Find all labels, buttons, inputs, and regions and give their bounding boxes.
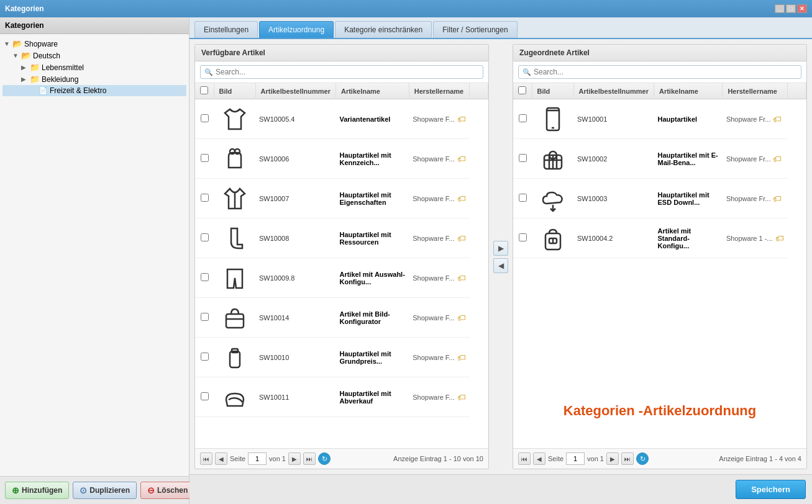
close-button[interactable]: ✕: [797, 4, 807, 13]
available-panel-header: Verfügbare Artikel: [195, 45, 488, 61]
tree-item-bekleidung[interactable]: ▶📁Bekleidung: [2, 73, 186, 85]
row-check[interactable]: [513, 139, 532, 179]
tree-item-lebensmittel[interactable]: ▶📁Lebensmittel: [2, 61, 186, 73]
table-row: SW10009.8 Artikel mit Auswahl-Konfigu...…: [195, 258, 488, 298]
tree-label-bekleidung: Bekleidung: [42, 75, 78, 84]
row-artname: Hauptartikel mit Kennzeich...: [335, 139, 409, 179]
tab-kategorie[interactable]: Kategorie einschränken: [335, 21, 432, 38]
svg-rect-5: [230, 351, 240, 367]
right-last-btn[interactable]: ⏭: [621, 452, 634, 465]
right-table-header: Bild Artikelbestellnummer Artikelname He…: [513, 83, 806, 99]
sidebar-header: Kategorien: [0, 17, 189, 34]
assigned-articles-panel: Zugeordnete Artikel 🔍 Bild Artikelbes: [513, 44, 807, 469]
svg-rect-3: [226, 314, 244, 328]
move-right-btn[interactable]: ▶: [493, 241, 508, 256]
row-check[interactable]: [195, 258, 214, 298]
delete-button[interactable]: ⊖ Löschen: [140, 482, 194, 499]
duplicate-button[interactable]: ⊙ Duplizieren: [73, 482, 137, 499]
col-artname-right: Artikelname: [654, 83, 722, 99]
row-check[interactable]: [195, 218, 214, 258]
save-button[interactable]: Speichern: [736, 480, 806, 499]
row-checkbox-right-0[interactable]: [519, 114, 527, 122]
row-checkbox-5[interactable]: [201, 313, 209, 321]
left-of-label: von 1: [269, 455, 286, 462]
mfr-icon: 🏷: [457, 273, 466, 283]
row-img: [214, 99, 255, 139]
maximize-button[interactable]: □: [786, 4, 796, 13]
row-img: [214, 139, 255, 179]
minimize-button[interactable]: _: [775, 4, 785, 13]
row-check[interactable]: [513, 99, 532, 139]
right-page-input[interactable]: [566, 452, 585, 465]
right-search-icon: 🔍: [522, 68, 531, 76]
row-artname: Hauptartikel mit Eigenschaften: [335, 179, 409, 218]
select-all-right[interactable]: [518, 86, 526, 94]
row-checkbox-right-2[interactable]: [519, 194, 527, 202]
row-checkbox-3[interactable]: [201, 233, 209, 241]
row-check[interactable]: [195, 99, 214, 139]
row-checkbox-0[interactable]: [201, 114, 209, 122]
mfr-icon: 🏷: [457, 114, 466, 124]
row-checkbox-2[interactable]: [201, 194, 209, 202]
mfr-icon: 🏷: [773, 154, 782, 164]
row-check[interactable]: [195, 377, 214, 417]
table-row: SW10005.4 Variantenartikel Shopware F...…: [195, 99, 488, 139]
tree-item-deutsch[interactable]: ▼📂Deutsch: [2, 50, 186, 61]
row-artnum: SW10006: [255, 139, 335, 179]
right-prev-btn[interactable]: ◀: [533, 452, 545, 465]
row-check[interactable]: [195, 338, 214, 377]
left-first-btn[interactable]: ⏮: [200, 452, 212, 465]
left-prev-btn[interactable]: ◀: [215, 452, 227, 465]
tree-item-shopware[interactable]: ▼📂Shopware: [2, 38, 186, 50]
sidebar-actions: ⊕ Hinzufügen ⊙ Duplizieren ⊖ Löschen: [0, 476, 189, 504]
mfr-icon: 🏷: [457, 353, 466, 362]
table-row: SW10011 Hauptartikel mit Abverkauf Shopw…: [195, 377, 488, 417]
row-checkbox-4[interactable]: [201, 273, 209, 281]
right-table-body: SW10001 Hauptartikel Shopware Fr... 🏷 SW…: [513, 99, 806, 258]
tree-item-freizeit[interactable]: 📄Freizeit & Elektro: [2, 85, 186, 96]
select-all-left[interactable]: [200, 86, 208, 94]
row-checkbox-right-3[interactable]: [519, 233, 527, 241]
window-controls: _ □ ✕: [775, 4, 807, 13]
right-search-input[interactable]: [534, 68, 797, 76]
right-refresh-btn[interactable]: ↻: [636, 452, 649, 465]
right-next-btn[interactable]: ▶: [606, 452, 619, 465]
left-refresh-btn[interactable]: ↻: [318, 452, 331, 465]
folder-open-icon: 📂: [12, 39, 22, 48]
row-check[interactable]: [513, 218, 532, 258]
tree-expand-lebensmittel: ▶: [21, 64, 30, 71]
left-table-wrap: Bild Artikelbestellnummer Artikelname He…: [195, 83, 488, 448]
left-page-input[interactable]: [248, 452, 267, 465]
add-button[interactable]: ⊕ Hinzufügen: [5, 482, 69, 499]
row-hersteller: Shopware F... 🏷: [409, 377, 469, 417]
tab-einstellungen[interactable]: Einstellungen: [194, 21, 258, 38]
right-first-btn[interactable]: ⏮: [518, 452, 531, 465]
category-tree: ▼📂Shopware▼📂Deutsch▶📁Lebensmittel▶📁Bekle…: [0, 34, 189, 476]
right-of-label: von 1: [587, 455, 604, 462]
row-artname: Hauptartikel: [654, 99, 722, 139]
move-left-btn[interactable]: ◀: [493, 258, 508, 273]
row-checkbox-right-1[interactable]: [519, 154, 527, 162]
col-bild-left: Bild: [214, 83, 255, 99]
row-checkbox-6[interactable]: [201, 353, 209, 361]
row-checkbox-7[interactable]: [201, 392, 209, 400]
tab-artikelzuordnung[interactable]: Artikelzuordnung: [259, 21, 334, 38]
row-check[interactable]: [513, 179, 532, 218]
left-last-btn[interactable]: ⏭: [303, 452, 316, 465]
table-row: SW10008 Hauptartikel mit Ressourcen Shop…: [195, 218, 488, 258]
left-search-input[interactable]: [216, 68, 479, 76]
duplicate-icon: ⊙: [80, 485, 87, 495]
folder-closed-icon: 📁: [30, 74, 40, 84]
row-hersteller: Shopware Fr... 🏷: [723, 139, 788, 179]
row-hersteller: Shopware F... 🏷: [409, 179, 469, 218]
row-check[interactable]: [195, 179, 214, 218]
row-checkbox-1[interactable]: [201, 154, 209, 162]
row-check[interactable]: [195, 298, 214, 338]
mfr-icon: 🏷: [457, 233, 466, 243]
delete-icon: ⊖: [147, 485, 155, 495]
right-pagination-info: Anzeige Eintrag 1 - 4 von 4: [719, 455, 801, 462]
row-check[interactable]: [195, 139, 214, 179]
left-next-btn[interactable]: ▶: [288, 452, 301, 465]
tab-filter[interactable]: Filter / Sortierungen: [433, 21, 517, 38]
right-table: Bild Artikelbestellnummer Artikelname He…: [513, 83, 806, 258]
